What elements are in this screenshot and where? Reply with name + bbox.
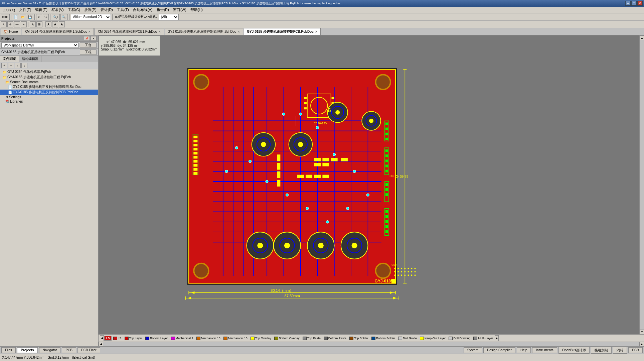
panel-tb-up[interactable]: ↑ <box>15 63 21 68</box>
layer-item-bottom-layer[interactable]: Bottom Layer <box>144 336 169 340</box>
panel-tb-add[interactable]: + <box>1 63 7 68</box>
tree-node-Source-Documents[interactable]: 📂Source Documents <box>0 80 98 84</box>
layer-item-top-solder[interactable]: Top Solder <box>348 336 370 340</box>
horizontal-scrollbar[interactable]: ◀ ▶ <box>99 342 644 346</box>
bottom-tab-pcb[interactable]: PCB <box>62 347 76 353</box>
panel-tb-down[interactable]: ↓ <box>21 63 27 68</box>
tab-4[interactable]: GYJ-0185 步进电机正反转控制PCB.PcbDoc✕ <box>244 28 321 35</box>
tab-0[interactable]: 🏠Home <box>1 28 21 35</box>
tab-close-3[interactable]: ✕ <box>237 30 240 33</box>
tb-redo[interactable]: ↪ <box>43 14 49 20</box>
pcb-board-render[interactable]: 2596-12V GYJ-0185 6 <box>99 35 644 334</box>
tb2-select[interactable]: ↖ <box>1 21 7 27</box>
bottom-right-btn-2[interactable]: Help <box>517 347 531 353</box>
menu-item-e[interactable]: 编辑(E) <box>33 7 49 13</box>
tb2-text[interactable]: A <box>30 21 36 27</box>
pcb-canvas[interactable]: 2596-12V GYJ-0185 6 <box>99 35 644 334</box>
layer-item-top-paste[interactable]: Top Paste <box>301 336 322 340</box>
view-mode-dropdown[interactable]: Altium Standard 2D <box>71 14 111 20</box>
panel-tb-remove[interactable]: − <box>8 63 14 68</box>
bottom-right-btn-1[interactable]: Design Compiler <box>483 347 515 353</box>
bottom-right-btn-6[interactable]: 消耗 <box>613 347 627 354</box>
tb-zoom-in[interactable]: 🔍+ <box>52 14 60 20</box>
layer-nav-left[interactable]: ◀ <box>100 335 104 341</box>
bottom-tab-pcb filter[interactable]: PCB Filter <box>77 347 100 353</box>
menu-item-a[interactable]: 自动布线(A) <box>131 7 155 13</box>
tree-node-GYJ-0254-------PrjPc[interactable]: 📁GYJ-0254 气体传感器.PrjPcb <box>0 69 98 75</box>
tab-2[interactable]: XM-0254 气体传感器检测PCB1.PcbDoc✕ <box>95 28 164 35</box>
menu-item-p[interactable]: 放置(P) <box>82 7 99 13</box>
scroll-track[interactable] <box>640 40 644 330</box>
layer-item-mechanical-1[interactable]: Mechanical 1 <box>170 336 195 340</box>
panel-tab-files[interactable]: 文件浏览 <box>0 56 19 62</box>
tb-open[interactable]: 📂 <box>20 14 26 20</box>
tree-node-GYJ-0185------------[interactable]: 📄GYJ-0185 步进电机正反转控制原理图.SchDoc <box>0 84 98 90</box>
scroll-left-arrow[interactable]: ◀ <box>99 342 103 347</box>
bottom-right-btn-5[interactable]: 接端别别 <box>591 347 612 354</box>
menu-item-h[interactable]: 帮助(H) <box>188 7 205 13</box>
tb2-m1[interactable]: A <box>45 21 51 27</box>
bottom-right-btn-3[interactable]: Instruments <box>532 347 557 353</box>
tb-path[interactable]: E:\产品整理\设计资料\DIN导轨\ <box>114 14 158 20</box>
filter-dropdown[interactable]: (All) <box>159 14 179 20</box>
tab-3[interactable]: GYJ-0185 步进电机正反转控制原理图.SchDoc✕ <box>165 28 244 35</box>
tb2-wire[interactable]: — <box>14 21 20 27</box>
layer-item-top-overlay[interactable]: Top Overlay <box>249 336 273 340</box>
menu-item-c[interactable]: 工程(C) <box>66 7 82 13</box>
tb-dxp-btn[interactable]: DXP <box>1 14 10 20</box>
tree-node-GYJ-0185------------[interactable]: 📁GYJ-0185 步进电机正反转控制工程.PrjPcb <box>0 75 98 80</box>
tb2-m3[interactable]: A <box>59 21 65 27</box>
tab-close-4[interactable]: ✕ <box>315 30 318 33</box>
menu-item-d[interactable]: 设计(D) <box>99 7 115 13</box>
panel-close-btn[interactable]: ✕ <box>91 36 97 41</box>
bottom-tab-navigator[interactable]: Navigator <box>39 347 61 353</box>
tb-save[interactable]: 💾 <box>27 14 33 20</box>
tree-node-Libraries[interactable]: 📚Libraries <box>0 99 98 104</box>
right-area[interactable]: x:147.065 dx: 65.621 mm y:385.953 dy: 34… <box>99 35 644 346</box>
tb-undo[interactable]: ↩ <box>36 14 42 20</box>
layer-item-keep-out-layer[interactable]: Keep-Out Layer <box>419 336 447 340</box>
layer-nav-right[interactable]: ▶ <box>495 335 499 341</box>
layer-item-multi-layer[interactable]: Multi-Layer <box>472 336 494 340</box>
layer-item-drill-guide[interactable]: Drill Guide <box>397 336 418 340</box>
bottom-right-btn-7[interactable]: PCB <box>628 347 643 353</box>
bottom-tab-projects[interactable]: Projects <box>17 347 37 353</box>
workspace-btn[interactable]: 工台 <box>80 42 97 48</box>
bottom-right-btn-0[interactable]: System <box>464 347 482 353</box>
tb-new[interactable]: 📄 <box>13 14 19 20</box>
menu-item-t[interactable]: 工具(T) <box>115 7 131 13</box>
tree-node-Settings[interactable]: ⚙Settings <box>0 95 98 99</box>
vertical-scrollbar[interactable]: ▲ ▼ <box>639 35 644 334</box>
menu-item-v[interactable]: 察看(V) <box>49 7 66 13</box>
menu-item-r[interactable]: 报告(R) <box>155 7 171 13</box>
layer-item-bottom-overlay[interactable]: Bottom Overlay <box>273 336 301 340</box>
scroll-down-arrow[interactable]: ▼ <box>640 330 644 334</box>
layer-item-ls[interactable]: LS <box>112 336 123 340</box>
tb2-route[interactable]: ⤷ <box>21 21 27 27</box>
menu-item-w[interactable]: 窗口(W) <box>171 7 188 13</box>
layer-item-mechanical-15[interactable]: Mechanical 15 <box>222 336 249 340</box>
tb2-comp[interactable]: ⊞ <box>36 21 42 27</box>
scroll-right-arrow[interactable]: ▶ <box>639 342 644 347</box>
close-button[interactable]: ✕ <box>637 1 643 6</box>
project-btn[interactable]: 工程 <box>80 49 97 55</box>
bottom-tab-files[interactable]: Files <box>1 347 16 353</box>
layer-item-top-layer[interactable]: Top Layer <box>123 336 144 340</box>
scroll-up-arrow[interactable]: ▲ <box>640 35 644 40</box>
minimize-button[interactable]: ─ <box>625 1 631 6</box>
tb2-move[interactable]: ✛ <box>7 21 13 27</box>
tb2-m2[interactable]: A <box>52 21 58 27</box>
tab-close-1[interactable]: ✕ <box>88 30 91 33</box>
workspace-dropdown[interactable]: Workspace1 DanWk <box>1 42 78 48</box>
ls-button[interactable]: LS <box>104 336 112 341</box>
layer-item-drill-drawing[interactable]: Drill Drawing <box>447 336 472 340</box>
layer-item-bottom-paste[interactable]: Bottom Paste <box>322 336 348 340</box>
panel-pin-btn[interactable]: 📌 <box>84 36 90 41</box>
panel-tab-struct[interactable]: 结构编辑器 <box>19 56 41 62</box>
tab-close-2[interactable]: ✕ <box>158 30 161 33</box>
menu-item-f[interactable]: 文件(F) <box>17 7 33 13</box>
tab-1[interactable]: XM-0254 气体传感器检测原理图1.SchDoc✕ <box>22 28 94 35</box>
layer-item-mechanical-13[interactable]: Mechanical 13 <box>195 336 222 340</box>
bottom-right-btn-4[interactable]: OpenBus设计师 <box>558 347 590 354</box>
tree-node-GYJ-0185----------PC[interactable]: 📄GYJ-0185 步进电机正反转控制PCB.PcbDoc <box>0 90 98 95</box>
